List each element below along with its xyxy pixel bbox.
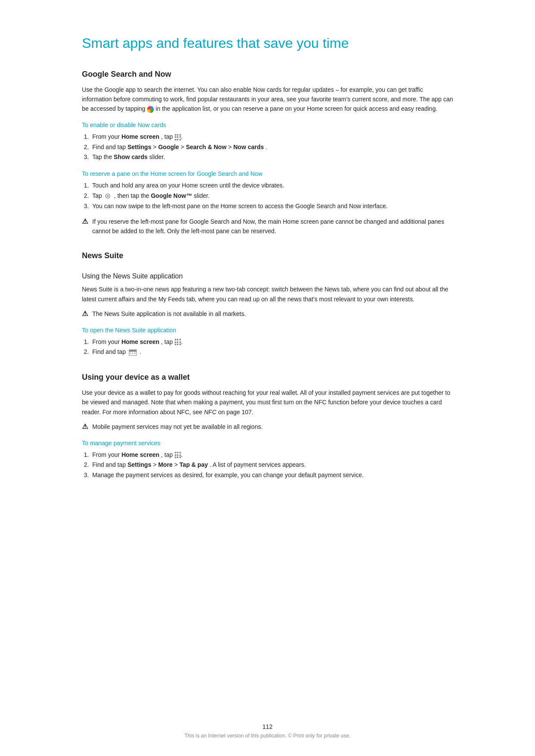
manage-payment-services-link[interactable]: To manage payment services: [82, 440, 453, 447]
wallet-heading: Using your device as a wallet: [82, 373, 453, 382]
step-item: From your Home screen , tap .: [91, 132, 453, 142]
google-search-body: Use the Google app to search the interne…: [82, 85, 453, 114]
open-news-suite-steps: From your Home screen , tap . Find and t…: [91, 337, 453, 358]
home-grid-icon-2: [175, 339, 181, 345]
enable-disable-steps: From your Home screen , tap . Find and t…: [91, 132, 453, 162]
news-suite-sub-heading: Using the News Suite application: [82, 272, 453, 280]
news-suite-body: News Suite is a two-in-one news app feat…: [82, 284, 453, 304]
step-item: Find and tap Settings > Google > Search …: [91, 142, 453, 153]
page-content: Smart apps and features that save you ti…: [0, 0, 535, 756]
news-suite-note: ⚠ The News Suite application is not avai…: [82, 309, 453, 319]
step-item: Tap , then tap the Google Now™ slider.: [91, 191, 453, 201]
settings-dot-icon: [104, 193, 111, 200]
reserve-pane-steps: Touch and hold any area on your Home scr…: [91, 181, 453, 211]
google-search-note-text: If you reserve the left-most pane for Go…: [92, 217, 453, 236]
enable-disable-now-cards-link[interactable]: To enable or disable Now cards: [82, 122, 453, 128]
note-exclamation-icon-2: ⚠: [82, 309, 88, 318]
svg-point-1: [107, 195, 109, 197]
step-item: Manage the payment services as desired, …: [91, 470, 453, 481]
note-exclamation-icon: ⚠: [82, 217, 88, 225]
google-search-note: ⚠ If you reserve the left-most pane for …: [82, 217, 453, 236]
google-search-heading: Google Search and Now: [82, 70, 453, 79]
page-number: 112: [0, 723, 535, 730]
home-grid-icon-3: [175, 452, 181, 458]
news-suite-note-text: The News Suite application is not availa…: [92, 309, 246, 319]
google-icon: [147, 106, 154, 113]
step-item: You can now swipe to the left-most pane …: [91, 201, 453, 212]
step-item: Find and tap .: [91, 347, 453, 357]
news-suite-heading: News Suite: [82, 251, 453, 260]
page-title: Smart apps and features that save you ti…: [82, 34, 453, 53]
step-item: Tap the Show cards slider.: [91, 152, 453, 162]
wallet-note-text: Mobile payment services may not yet be a…: [92, 422, 263, 431]
footer-note: This is an Internet version of this publ…: [0, 733, 535, 739]
step-item: Find and tap Settings > More > Tap & pay…: [91, 460, 453, 470]
wallet-note: ⚠ Mobile payment services may not yet be…: [82, 422, 453, 431]
home-grid-icon: [175, 134, 181, 141]
manage-payment-steps: From your Home screen , tap . Find and t…: [91, 450, 453, 481]
reserve-pane-link[interactable]: To reserve a pane on the Home screen for…: [82, 170, 453, 177]
step-item: Touch and hold any area on your Home scr…: [91, 181, 453, 191]
note-exclamation-icon-3: ⚠: [82, 422, 88, 431]
page-footer: 112 This is an Internet version of this …: [0, 723, 535, 739]
wallet-body: Use your device as a wallet to pay for g…: [82, 388, 453, 417]
step-item: From your Home screen , tap .: [91, 450, 453, 460]
step-item: From your Home screen , tap .: [91, 337, 453, 347]
wallet-nfc-italic: NFC: [204, 409, 216, 415]
open-news-suite-link[interactable]: To open the News Suite application: [82, 327, 453, 334]
